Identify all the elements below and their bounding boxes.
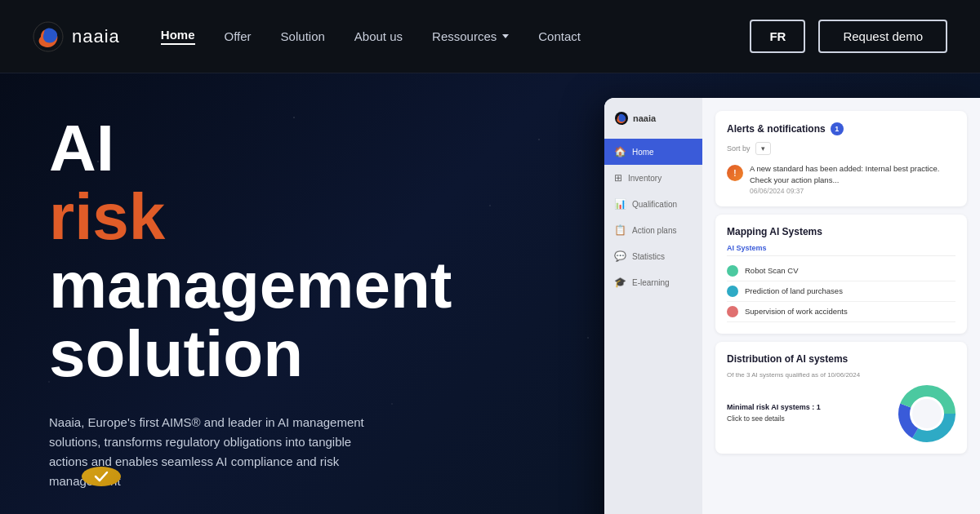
hero-line2: risk [49, 183, 555, 251]
donut-chart [898, 385, 956, 442]
alert-dot-icon [727, 165, 743, 181]
mapping-row-2: Prediction of land purchases [727, 281, 956, 302]
lang-button[interactable]: FR [750, 20, 805, 53]
app-sidebar: naaia 🏠 Home ⊞ Inventory 📊 Qualification [604, 98, 702, 514]
alert-item: A new standard has been added: Internal … [727, 163, 956, 195]
alert-date: 06/06/2024 09:37 [750, 187, 956, 195]
hero-badge [82, 467, 121, 486]
app-logo-text: naaia [633, 113, 656, 123]
home-icon: 🏠 [614, 146, 626, 157]
alert-badge: 1 [831, 122, 844, 135]
action-plans-icon: 📋 [614, 224, 626, 236]
distribution-info: Minimal risk AI systems : 1 Click to see… [727, 401, 890, 424]
demo-button[interactable]: Request demo [818, 20, 947, 53]
nav-home[interactable]: Home [161, 28, 195, 45]
elearning-icon: 🎓 [614, 277, 626, 288]
app-preview-panel: naaia 🏠 Home ⊞ Inventory 📊 Qualification [588, 73, 980, 514]
sidebar-item-home[interactable]: 🏠 Home [604, 139, 702, 165]
mapping-label-2: Prediction of land purchases [745, 286, 843, 295]
app-panel: naaia 🏠 Home ⊞ Inventory 📊 Qualification [604, 98, 980, 514]
chevron-down-icon [502, 34, 509, 38]
sidebar-item-action-plans-label: Action plans [632, 226, 676, 235]
distribution-card: Distribution of AI systems Of the 3 AI s… [715, 342, 967, 454]
red-dot-icon [727, 306, 738, 317]
sidebar-item-inventory[interactable]: ⊞ Inventory [604, 165, 702, 191]
logo[interactable]: naaia [33, 21, 120, 52]
sidebar-item-home-label: Home [632, 148, 654, 157]
sidebar-item-qualification[interactable]: 📊 Qualification [604, 191, 702, 217]
mapping-row-1: Robot Scan CV [727, 261, 956, 281]
hero-headline: AI risk management solution [49, 114, 555, 388]
mapping-label-3: Supervision of work accidents [745, 307, 848, 316]
logo-text: naaia [72, 26, 120, 47]
nav-offer[interactable]: Offer [225, 29, 252, 43]
sidebar-item-elearning-label: E-learning [632, 278, 670, 287]
sidebar-item-statistics-label: Statistics [632, 252, 665, 261]
mapping-row-3: Supervision of work accidents [727, 302, 956, 322]
mapping-title: Mapping AI Systems [727, 226, 956, 237]
sidebar-item-elearning[interactable]: 🎓 E-learning [604, 269, 702, 295]
logo-icon [33, 21, 64, 52]
nav-resources[interactable]: Ressources [432, 29, 509, 43]
svg-point-5 [912, 399, 942, 428]
distribution-content: Minimal risk AI systems : 1 Click to see… [727, 385, 956, 442]
app-logo-row: naaia [604, 111, 702, 139]
sidebar-item-action-plans[interactable]: 📋 Action plans [604, 217, 702, 243]
nav-links: Home Offer Solution About us Ressources … [161, 28, 751, 45]
mapping-card: Mapping AI Systems AI Systems Robot Scan… [715, 215, 967, 334]
nav-contact[interactable]: Contact [538, 29, 581, 43]
sidebar-item-qualification-label: Qualification [632, 200, 677, 209]
nav-actions: FR Request demo [750, 20, 947, 53]
app-main: Alerts & notifications 1 Sort by ▾ A new… [702, 98, 980, 514]
app-logo-icon [614, 111, 629, 126]
hero-line1: AI [49, 114, 555, 183]
qualification-icon: 📊 [614, 198, 626, 210]
distribution-title: Distribution of AI systems [727, 353, 956, 365]
inventory-icon: ⊞ [614, 172, 622, 184]
hero-line3: management [49, 251, 555, 320]
nav-solution[interactable]: Solution [281, 29, 325, 43]
mapping-label-1: Robot Scan CV [745, 266, 798, 275]
hero-line4: solution [49, 320, 555, 388]
mapping-header: AI Systems [727, 244, 956, 256]
navbar: naaia Home Offer Solution About us Resso… [0, 0, 980, 73]
green-dot-icon [727, 265, 738, 277]
hero-content: AI risk management solution Naaia, Europ… [0, 73, 588, 514]
check-icon [91, 467, 111, 486]
nav-about[interactable]: About us [354, 29, 403, 43]
sidebar-item-inventory-label: Inventory [628, 174, 662, 183]
alerts-card: Alerts & notifications 1 Sort by ▾ A new… [715, 111, 967, 206]
app-inner: naaia 🏠 Home ⊞ Inventory 📊 Qualification [604, 98, 980, 514]
sort-row: Sort by ▾ [727, 142, 956, 155]
alert-text: A new standard has been added: Internal … [750, 163, 956, 187]
alerts-title: Alerts & notifications 1 [727, 122, 956, 135]
statistics-icon: 💬 [614, 250, 626, 262]
teal-dot-icon [727, 286, 738, 297]
hero-section: AI risk management solution Naaia, Europ… [0, 73, 980, 514]
sidebar-item-statistics[interactable]: 💬 Statistics [604, 243, 702, 269]
distribution-subtitle: Of the 3 AI systems qualified as of 10/0… [727, 371, 956, 379]
